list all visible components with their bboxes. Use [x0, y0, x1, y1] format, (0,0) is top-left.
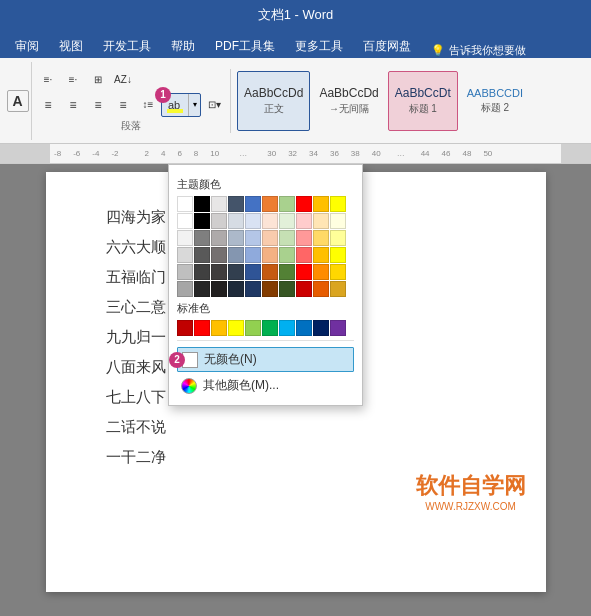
theme-color-cell[interactable] — [211, 230, 227, 246]
theme-color-cell[interactable] — [245, 247, 261, 263]
theme-color-cell[interactable] — [296, 196, 312, 212]
theme-color-cell[interactable] — [228, 230, 244, 246]
theme-color-cell[interactable] — [194, 213, 210, 229]
standard-color-cell[interactable] — [296, 320, 312, 336]
style-no-spacing[interactable]: AaBbCcDd →无间隔 — [312, 71, 385, 131]
theme-color-cell[interactable] — [194, 281, 210, 297]
theme-color-cell[interactable] — [313, 213, 329, 229]
theme-color-cell[interactable] — [194, 196, 210, 212]
tab-developer[interactable]: 开发工具 — [93, 34, 161, 58]
sort-btn[interactable]: AZ↓ — [111, 69, 135, 91]
tab-view[interactable]: 视图 — [49, 34, 93, 58]
style-cards: AaBbCcDd 正文 AaBbCcDd →无间隔 AaBbCcDt 标题 1 … — [231, 69, 536, 133]
theme-color-cell[interactable] — [330, 230, 346, 246]
no-color-option[interactable]: 无颜色(N) — [177, 347, 354, 372]
theme-color-cell[interactable] — [245, 281, 261, 297]
theme-color-cell[interactable] — [211, 196, 227, 212]
theme-color-cell[interactable] — [177, 213, 193, 229]
list-btn-3[interactable]: ⊞ — [86, 69, 110, 91]
standard-color-cell[interactable] — [330, 320, 346, 336]
theme-color-cell[interactable] — [245, 196, 261, 212]
theme-color-cell[interactable] — [296, 264, 312, 280]
style-normal-preview: AaBbCcDd — [244, 86, 303, 100]
tab-help[interactable]: 帮助 — [161, 34, 205, 58]
style-no-spacing-preview: AaBbCcDd — [319, 86, 378, 100]
format-btn-1[interactable]: A — [7, 90, 29, 112]
theme-color-cell[interactable] — [177, 264, 193, 280]
theme-color-cell[interactable] — [194, 230, 210, 246]
theme-color-cell[interactable] — [177, 281, 193, 297]
standard-color-cell[interactable] — [228, 320, 244, 336]
tab-pdf[interactable]: PDF工具集 — [205, 34, 285, 58]
theme-color-cell[interactable] — [228, 247, 244, 263]
ribbon-hint: 告诉我你想要做 — [449, 43, 526, 58]
standard-color-cell[interactable] — [262, 320, 278, 336]
align-left[interactable]: ≡ — [36, 94, 60, 116]
theme-color-cell[interactable] — [211, 247, 227, 263]
style-heading2[interactable]: AABBCCDI 标题 2 — [460, 71, 530, 131]
theme-color-cell[interactable] — [296, 281, 312, 297]
theme-color-cell[interactable] — [211, 264, 227, 280]
style-normal[interactable]: AaBbCcDd 正文 — [237, 71, 310, 131]
tab-more-tools[interactable]: 更多工具 — [285, 34, 353, 58]
standard-color-cell[interactable] — [194, 320, 210, 336]
theme-color-cell[interactable] — [330, 264, 346, 280]
theme-color-cell[interactable] — [296, 247, 312, 263]
theme-color-cell[interactable] — [279, 281, 295, 297]
theme-color-cell[interactable] — [279, 230, 295, 246]
theme-color-cell[interactable] — [228, 213, 244, 229]
theme-color-cell[interactable] — [211, 213, 227, 229]
theme-color-cell[interactable] — [245, 264, 261, 280]
theme-color-cell[interactable] — [177, 230, 193, 246]
theme-color-cell[interactable] — [194, 247, 210, 263]
theme-color-cell[interactable] — [262, 264, 278, 280]
theme-color-cell[interactable] — [262, 230, 278, 246]
theme-color-cell[interactable] — [177, 247, 193, 263]
theme-color-cell[interactable] — [330, 213, 346, 229]
theme-color-cell[interactable] — [279, 264, 295, 280]
theme-color-cell[interactable] — [262, 196, 278, 212]
theme-color-cell[interactable] — [296, 213, 312, 229]
theme-color-cell[interactable] — [262, 247, 278, 263]
standard-color-cell[interactable] — [313, 320, 329, 336]
border-btn[interactable]: ⊡▾ — [202, 94, 226, 116]
theme-color-cell[interactable] — [313, 281, 329, 297]
more-colors-option[interactable]: 其他颜色(M)... — [177, 374, 354, 397]
standard-color-cell[interactable] — [245, 320, 261, 336]
theme-color-cell[interactable] — [279, 247, 295, 263]
theme-color-cell[interactable] — [228, 264, 244, 280]
theme-color-cell[interactable] — [194, 264, 210, 280]
align-center[interactable]: ≡ — [61, 94, 85, 116]
theme-color-cell[interactable] — [245, 230, 261, 246]
theme-color-cell[interactable] — [279, 196, 295, 212]
align-right[interactable]: ≡ — [86, 94, 110, 116]
theme-color-cell[interactable] — [262, 213, 278, 229]
theme-color-cell[interactable] — [296, 230, 312, 246]
list-btn-2[interactable]: ≡· — [61, 69, 85, 91]
theme-color-cell[interactable] — [330, 247, 346, 263]
theme-color-cell[interactable] — [177, 196, 193, 212]
standard-color-cell[interactable] — [177, 320, 193, 336]
justify[interactable]: ≡ — [111, 94, 135, 116]
theme-color-cell[interactable] — [262, 281, 278, 297]
tab-review[interactable]: 审阅 — [5, 34, 49, 58]
list-btn-1[interactable]: ≡· — [36, 69, 60, 91]
theme-color-cell[interactable] — [330, 281, 346, 297]
standard-color-cell[interactable] — [211, 320, 227, 336]
svg-rect-1 — [167, 109, 183, 113]
theme-color-cell[interactable] — [313, 247, 329, 263]
align-toolbar: ≡ ≡ ≡ ≡ ↕≡ ab ▾ — [36, 93, 226, 117]
theme-color-cell[interactable] — [279, 213, 295, 229]
theme-color-cell[interactable] — [313, 230, 329, 246]
theme-color-cell[interactable] — [228, 196, 244, 212]
theme-color-cell[interactable] — [245, 213, 261, 229]
style-heading1[interactable]: AaBbCcDt 标题 1 — [388, 71, 458, 131]
theme-color-cell[interactable] — [313, 196, 329, 212]
theme-color-cell[interactable] — [313, 264, 329, 280]
theme-color-cell[interactable] — [228, 281, 244, 297]
standard-color-cell[interactable] — [279, 320, 295, 336]
theme-color-cell[interactable] — [211, 281, 227, 297]
theme-color-cell[interactable] — [330, 196, 346, 212]
highlight-dropdown-arrow[interactable]: ▾ — [188, 94, 200, 116]
tab-baidu[interactable]: 百度网盘 — [353, 34, 421, 58]
